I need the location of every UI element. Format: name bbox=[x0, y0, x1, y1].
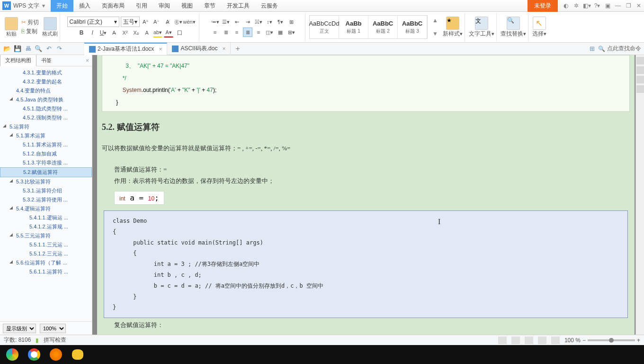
outline-node[interactable]: ◢5.运算符 bbox=[0, 122, 92, 131]
zoom-out-icon[interactable]: − bbox=[582, 337, 586, 344]
view-print-icon[interactable] bbox=[498, 337, 507, 344]
rail-icon[interactable] bbox=[636, 85, 644, 93]
decrease-indent-icon[interactable]: ⇤ bbox=[232, 17, 242, 27]
outline-node[interactable]: ◢5.1.算术运算 bbox=[0, 131, 92, 140]
outline-node[interactable]: 4.3.1.变量的格式 bbox=[0, 68, 92, 77]
outline-node[interactable]: 5.3.2.运算符使用 ... bbox=[0, 195, 92, 204]
menu-章节[interactable]: 章节 bbox=[198, 0, 221, 12]
favorite-icon[interactable]: ⊞ bbox=[588, 45, 596, 53]
outline-node[interactable]: 4.5.1.隐式类型转 ... bbox=[0, 104, 92, 113]
taskbar-app-1[interactable] bbox=[2, 346, 23, 363]
grow-font-icon[interactable]: A⁺ bbox=[141, 17, 151, 27]
font-color-icon[interactable]: A▾ bbox=[164, 28, 173, 37]
outline-node[interactable]: 5.6.1.1.运算符 ... bbox=[0, 267, 92, 276]
skin-icon[interactable]: ◧▾ bbox=[581, 0, 592, 11]
shrink-font-icon[interactable]: A⁻ bbox=[152, 17, 161, 27]
zoom-label[interactable]: 100 % bbox=[564, 337, 581, 344]
align-distribute-icon[interactable]: ≡ bbox=[254, 27, 263, 37]
style-标题 1[interactable]: AaBb标题 1 bbox=[339, 16, 368, 38]
bookmark-tab[interactable]: 书签 bbox=[36, 55, 56, 66]
outline-node[interactable]: ◢5.6.位运算符（了解 ... bbox=[0, 258, 92, 267]
outline-node[interactable]: ◢5.4.逻辑运算符 bbox=[0, 204, 92, 213]
minimize-icon[interactable]: — bbox=[613, 0, 623, 11]
subscript-icon[interactable]: X₂ bbox=[131, 28, 141, 37]
taskbar-firefox-icon[interactable] bbox=[45, 346, 66, 363]
increase-indent-icon[interactable]: ⇥ bbox=[243, 17, 252, 27]
format-painter-button[interactable]: 格式刷 bbox=[42, 17, 58, 37]
text-tools-button[interactable]: 文 文字工具▾ bbox=[469, 17, 494, 38]
clear-format-icon[interactable]: A̷ bbox=[163, 17, 172, 27]
taskbar-chrome-icon[interactable] bbox=[24, 346, 45, 363]
menu-页面布局[interactable]: 页面布局 bbox=[96, 0, 130, 12]
outline-node[interactable]: 5.1.2.自加自减 bbox=[0, 149, 92, 158]
tab-close-icon[interactable]: × bbox=[159, 46, 162, 53]
outline-node[interactable]: 5.3.1.运算符介绍 bbox=[0, 186, 92, 195]
view-outline-icon[interactable] bbox=[525, 337, 533, 344]
sidebar-zoom-select[interactable]: 100% bbox=[40, 324, 66, 333]
align-justify-icon[interactable]: ≣ bbox=[243, 27, 252, 37]
char-convert-icon[interactable]: ㊔▾ bbox=[174, 17, 183, 27]
outline-tab[interactable]: 文档结构图 bbox=[0, 55, 36, 66]
outline-node[interactable]: 5.1.3.字符串连接 ... bbox=[0, 158, 92, 167]
tab-icon[interactable]: ☵▾ bbox=[254, 17, 263, 27]
tab-close-icon[interactable]: × bbox=[222, 46, 225, 52]
outline-node[interactable]: 4.4.变量的特点 bbox=[0, 86, 92, 95]
copy-button[interactable]: ⎘ 复制 bbox=[21, 27, 39, 36]
menu-开发工具[interactable]: 开发工具 bbox=[221, 0, 255, 12]
outline-node[interactable]: 5.4.1.2.运算规 ... bbox=[0, 222, 92, 231]
close-icon[interactable]: ✕ bbox=[634, 0, 644, 11]
menu-开始[interactable]: 开始 bbox=[51, 0, 73, 12]
word-count[interactable]: 字数: 8106 bbox=[4, 336, 31, 344]
strike-icon[interactable]: A̶ bbox=[109, 28, 119, 37]
sync-icon[interactable]: ◐ bbox=[561, 0, 571, 11]
help-icon[interactable]: ?▾ bbox=[592, 0, 602, 11]
doc-tab[interactable]: 2-Java基本语法1.docx× bbox=[84, 43, 167, 55]
view-read-icon[interactable] bbox=[551, 337, 560, 344]
shading-icon[interactable]: ◫▾ bbox=[265, 27, 274, 37]
numbering-icon[interactable]: ☰▾ bbox=[221, 17, 231, 27]
pinyin-icon[interactable]: wén▾ bbox=[185, 17, 194, 27]
save-icon[interactable]: 💾 bbox=[13, 45, 22, 53]
redo-icon[interactable]: ↷ bbox=[55, 45, 63, 53]
view-web-icon[interactable] bbox=[538, 337, 546, 344]
char-border-icon[interactable]: 囗 bbox=[175, 28, 184, 37]
menu-云服务[interactable]: 云服务 bbox=[255, 0, 284, 12]
close-pane-icon[interactable]: × bbox=[86, 57, 89, 64]
settings-icon[interactable]: ✲ bbox=[571, 0, 581, 11]
char-emphasis-icon[interactable]: A bbox=[142, 28, 152, 37]
spell-check-status[interactable]: 拼写检查 bbox=[44, 336, 66, 344]
taskbar-app-4[interactable] bbox=[67, 346, 88, 363]
new-tab-button[interactable]: + bbox=[231, 43, 244, 55]
outline-node[interactable]: 4.5.2.强制类型转 ... bbox=[0, 113, 92, 122]
cut-button[interactable]: ✂ 剪切 bbox=[21, 18, 39, 27]
view-fullscreen-icon[interactable] bbox=[511, 337, 520, 344]
rail-icon[interactable] bbox=[636, 57, 644, 64]
find-replace-button[interactable]: 🔍 查找替换▾ bbox=[501, 17, 526, 38]
superscript-icon[interactable]: X² bbox=[120, 28, 130, 37]
login-button[interactable]: 未登录 bbox=[528, 0, 558, 12]
font-size-combo[interactable]: 五号▾ bbox=[121, 17, 140, 27]
italic-icon[interactable]: I bbox=[88, 28, 97, 37]
outline-node[interactable]: 5.5.1.1.三元运 ... bbox=[0, 240, 92, 249]
outline-node[interactable]: 5.1.1.算术运算符 ... bbox=[0, 140, 92, 149]
style-标题 3[interactable]: AaBbC标题 3 bbox=[398, 16, 427, 38]
menu-视图[interactable]: 视图 bbox=[176, 0, 198, 12]
outline-node[interactable]: 4.3.2.变量的起名 bbox=[0, 77, 92, 86]
menu-插入[interactable]: 插入 bbox=[73, 0, 96, 12]
print-icon[interactable]: 🖶 bbox=[24, 45, 32, 53]
command-search[interactable]: 🔍 点此查找命令 bbox=[598, 45, 641, 53]
align-center-icon[interactable]: ≣ bbox=[221, 27, 231, 37]
zoom-in-icon[interactable]: + bbox=[637, 337, 640, 344]
outline-node[interactable]: 5.5.1.2.三元运 ... bbox=[0, 249, 92, 258]
menu-引用[interactable]: 引用 bbox=[130, 0, 153, 12]
outline-node[interactable]: 5.4.1.1.逻辑运 ... bbox=[0, 213, 92, 222]
char-shading-icon[interactable]: ▦ bbox=[276, 27, 285, 37]
show-marks-icon[interactable]: ¶▾ bbox=[276, 17, 285, 27]
preview-icon[interactable]: 🔍 bbox=[34, 45, 43, 53]
select-button[interactable]: ↖ 选择▾ bbox=[532, 17, 546, 38]
new-style-button[interactable]: ★ 新样式▾ bbox=[443, 17, 463, 38]
doc-tab[interactable]: ASCII码表.doc× bbox=[167, 43, 231, 55]
bullets-icon[interactable]: ≔▾ bbox=[210, 17, 220, 27]
borders-icon[interactable]: ⊞▾ bbox=[286, 27, 296, 37]
rail-icon[interactable] bbox=[636, 76, 644, 83]
